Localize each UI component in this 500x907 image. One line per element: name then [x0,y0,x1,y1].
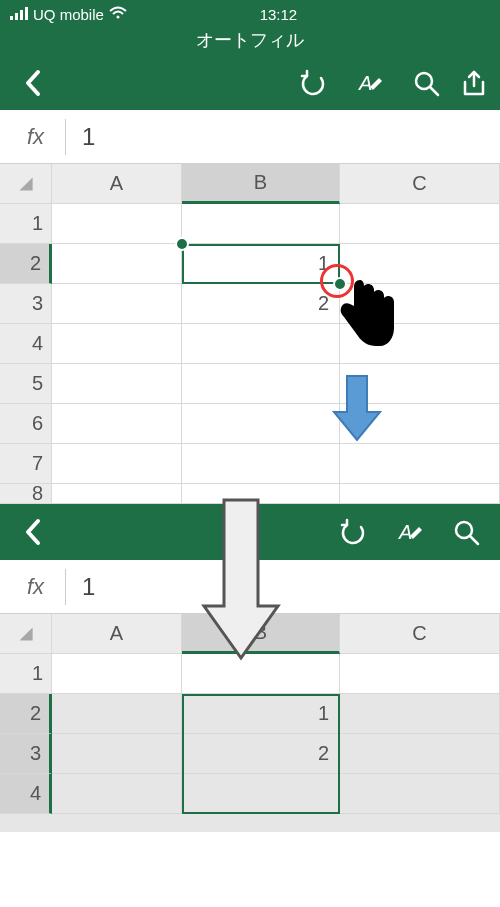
search-button-2[interactable] [438,505,494,559]
cell-a4b[interactable] [52,774,182,814]
carrier-label: UQ mobile [33,6,104,23]
cell-b1[interactable] [182,204,340,244]
cell-c4b[interactable] [340,774,500,814]
cell-c3b[interactable] [340,734,500,774]
toolbar-2: A [0,504,500,560]
page-title: オートフィル [0,28,500,56]
svg-rect-1 [15,13,18,20]
fx-value-2[interactable]: 1 [66,573,95,601]
cell-c2b[interactable] [340,694,500,734]
text-format-button-2[interactable]: A [382,505,438,559]
row-header-3[interactable]: 3 [0,284,52,324]
cell-a2[interactable] [52,244,182,284]
cell-c5[interactable] [340,364,500,404]
cell-a5[interactable] [52,364,182,404]
status-bar: UQ mobile 13:12 [0,0,500,28]
select-all-corner-2[interactable] [0,614,52,654]
undo-button-2[interactable] [326,505,382,559]
toolbar-1: A [0,56,500,110]
status-left: UQ mobile [10,6,127,23]
col-header-a[interactable]: A [52,164,182,204]
col-header-a-2[interactable]: A [52,614,182,654]
wifi-icon [109,6,127,23]
cell-a8[interactable] [52,484,182,504]
col-header-c-2[interactable]: C [340,614,500,654]
cell-b3[interactable]: 2 [182,284,340,324]
fx-value[interactable]: 1 [66,123,95,151]
col-header-b[interactable]: B [182,164,340,204]
select-all-corner[interactable] [0,164,52,204]
undo-button[interactable] [286,56,342,110]
grid-1[interactable]: A B C 1 21 32 4 5 6 7 8 [0,164,500,504]
cell-b4[interactable] [182,324,340,364]
svg-rect-0 [10,16,13,20]
signal-icon [10,6,28,23]
svg-rect-3 [25,7,28,20]
cell-b4b[interactable] [182,774,340,814]
fx-label-2: fx [6,569,66,605]
back-button-2[interactable] [6,505,62,559]
cell-c2[interactable] [340,244,500,284]
cell-c3[interactable] [340,284,500,324]
row-header-2b[interactable]: 2 [0,694,52,734]
row-header-8[interactable]: 8 [0,484,52,504]
svg-text:A: A [358,72,372,94]
cell-b2[interactable]: 1 [182,244,340,284]
fx-label: fx [6,119,66,155]
row-header-6[interactable]: 6 [0,404,52,444]
cell-a3b[interactable] [52,734,182,774]
svg-point-4 [116,15,119,18]
cell-c8[interactable] [340,484,500,504]
cell-b6[interactable] [182,404,340,444]
search-button[interactable] [398,56,454,110]
cell-a2b[interactable] [52,694,182,734]
grid-2[interactable]: A B C 1 21 32 4 [0,614,500,832]
cell-a1b[interactable] [52,654,182,694]
cell-b3b[interactable]: 2 [182,734,340,774]
back-button[interactable] [6,56,62,110]
col-header-c[interactable]: C [340,164,500,204]
cell-b7[interactable] [182,444,340,484]
row-header-1[interactable]: 1 [0,204,52,244]
cell-b2b[interactable]: 1 [182,694,340,734]
cell-a4[interactable] [52,324,182,364]
svg-rect-2 [20,10,23,20]
cell-a3[interactable] [52,284,182,324]
cell-b8[interactable] [182,484,340,504]
row-header-5[interactable]: 5 [0,364,52,404]
cell-b5[interactable] [182,364,340,404]
row-header-1b[interactable]: 1 [0,654,52,694]
svg-marker-9 [19,177,32,190]
formula-bar-2[interactable]: fx 1 [0,560,500,614]
text-format-button[interactable]: A [342,56,398,110]
cell-a1[interactable] [52,204,182,244]
svg-line-12 [470,536,478,544]
svg-text:A: A [398,521,412,543]
cell-c7[interactable] [340,444,500,484]
cell-c1[interactable] [340,204,500,244]
svg-marker-13 [19,627,32,640]
cell-c4[interactable] [340,324,500,364]
cell-a7[interactable] [52,444,182,484]
row-header-7[interactable]: 7 [0,444,52,484]
col-header-b-2[interactable]: B [182,614,340,654]
svg-line-7 [430,87,438,95]
cell-c1b[interactable] [340,654,500,694]
row-header-4b[interactable]: 4 [0,774,52,814]
row-header-4[interactable]: 4 [0,324,52,364]
cell-c6[interactable] [340,404,500,444]
status-time: 13:12 [260,6,298,23]
cell-a6[interactable] [52,404,182,444]
row-header-2[interactable]: 2 [0,244,52,284]
row-header-3b[interactable]: 3 [0,734,52,774]
formula-bar-1[interactable]: fx 1 [0,110,500,164]
cell-b1b[interactable] [182,654,340,694]
share-button[interactable] [454,56,494,110]
